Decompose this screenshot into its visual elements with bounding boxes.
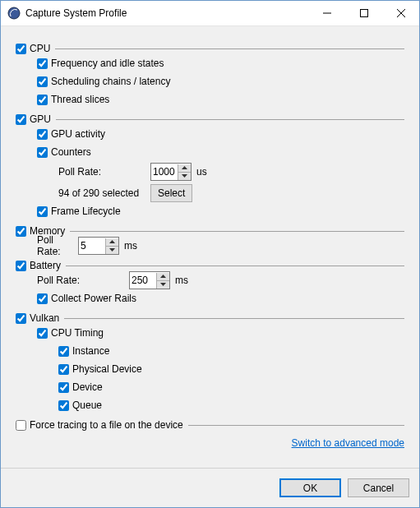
spinner-down-icon[interactable] xyxy=(106,246,118,254)
gpu-label: GPU xyxy=(30,113,51,125)
ok-button[interactable]: OK xyxy=(279,478,341,497)
select-counters-button[interactable]: Select xyxy=(150,184,192,202)
cpu-label: CPU xyxy=(30,43,50,54)
memory-poll-input[interactable] xyxy=(79,238,105,253)
app-icon xyxy=(7,7,21,20)
svg-rect-1 xyxy=(360,10,367,17)
cpu-checkbox[interactable]: CPU xyxy=(16,43,50,54)
vulkan-device-checkbox[interactable]: Device xyxy=(58,378,404,396)
advanced-mode-link[interactable]: Switch to advanced mode xyxy=(292,437,404,449)
vulkan-section: Vulkan CPU Timing Instance Physical Devi… xyxy=(16,312,404,414)
memory-poll-spinner[interactable] xyxy=(78,237,119,255)
cancel-button[interactable]: Cancel xyxy=(348,478,409,497)
battery-poll-label: Poll Rate: xyxy=(37,275,129,286)
spinner-up-icon[interactable] xyxy=(178,164,191,172)
gpu-poll-input[interactable] xyxy=(151,164,178,179)
vulkan-queue-checkbox[interactable]: Queue xyxy=(58,396,404,414)
battery-poll-spinner[interactable] xyxy=(129,271,170,289)
memory-poll-label: Poll Rate: xyxy=(37,234,78,257)
memory-poll-unit: ms xyxy=(124,240,137,252)
gpu-frame-checkbox[interactable]: Frame Lifecycle xyxy=(37,202,404,220)
spinner-down-icon[interactable] xyxy=(157,280,169,289)
battery-checkbox[interactable]: Battery xyxy=(16,260,61,271)
force-tracing-checkbox[interactable]: Force tracing to a file on the device xyxy=(16,419,183,431)
cpu-thread-checkbox[interactable]: Thread slices xyxy=(37,90,404,109)
close-button[interactable] xyxy=(382,1,419,25)
force-tracing-label: Force tracing to a file on the device xyxy=(30,419,183,431)
gpu-checkbox[interactable]: GPU xyxy=(16,113,51,125)
titlebar: Capture System Profile xyxy=(1,1,419,26)
spinner-up-icon[interactable] xyxy=(106,238,118,246)
vulkan-cpu-timing-checkbox[interactable]: CPU Timing xyxy=(37,324,404,342)
gpu-poll-spinner[interactable] xyxy=(150,163,192,181)
battery-label: Battery xyxy=(30,260,61,271)
spinner-down-icon[interactable] xyxy=(178,172,191,180)
vulkan-label: Vulkan xyxy=(30,312,59,324)
gpu-selected-text: 94 of 290 selected xyxy=(58,187,150,199)
vulkan-checkbox[interactable]: Vulkan xyxy=(16,312,59,324)
gpu-section: GPU GPU activity Counters Poll Rate: xyxy=(16,113,404,220)
dialog-window: Capture System Profile CPU Frequency and… xyxy=(0,0,420,508)
gpu-activity-checkbox[interactable]: GPU activity xyxy=(37,125,404,143)
memory-section: Memory Poll Rate: ms xyxy=(16,225,404,255)
minimize-button[interactable] xyxy=(308,1,345,25)
dialog-content: CPU Frequency and idle states Scheduling… xyxy=(1,26,419,468)
cpu-section: CPU Frequency and idle states Scheduling… xyxy=(16,43,404,109)
gpu-poll-label: Poll Rate: xyxy=(58,166,150,178)
dialog-footer: OK Cancel xyxy=(1,468,419,507)
maximize-button[interactable] xyxy=(345,1,382,25)
battery-section: Battery Poll Rate: ms Collect P xyxy=(16,260,404,307)
gpu-counters-checkbox[interactable]: Counters xyxy=(37,143,404,161)
vulkan-instance-checkbox[interactable]: Instance xyxy=(58,342,404,360)
force-section: Force tracing to a file on the device xyxy=(16,419,404,431)
cpu-sched-checkbox[interactable]: Scheduling chains / latency xyxy=(37,72,404,90)
gpu-poll-unit: us xyxy=(196,166,207,178)
spinner-up-icon[interactable] xyxy=(157,273,169,280)
battery-rails-checkbox[interactable]: Collect Power Rails xyxy=(37,289,404,307)
vulkan-physical-checkbox[interactable]: Physical Device xyxy=(58,360,404,378)
cpu-freq-checkbox[interactable]: Frequency and idle states xyxy=(37,54,404,72)
battery-poll-unit: ms xyxy=(175,275,188,286)
battery-poll-input[interactable] xyxy=(130,273,156,288)
window-title: Capture System Profile xyxy=(25,7,127,19)
